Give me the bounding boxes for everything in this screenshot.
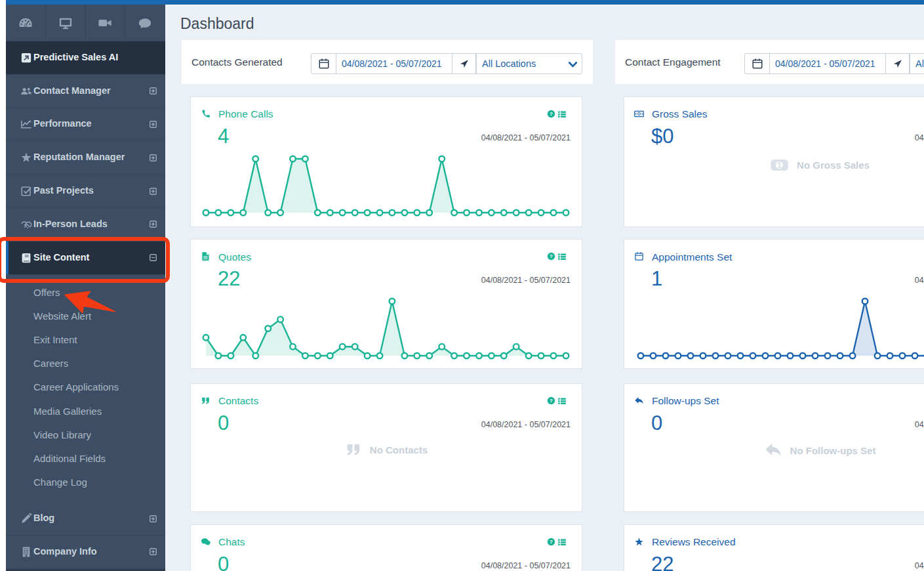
svg-text:?: ? <box>550 111 553 117</box>
svg-text:1: 1 <box>777 161 782 170</box>
svg-text:?: ? <box>550 539 553 545</box>
svg-text:?: ? <box>550 398 553 404</box>
svg-text:?: ? <box>550 253 553 259</box>
